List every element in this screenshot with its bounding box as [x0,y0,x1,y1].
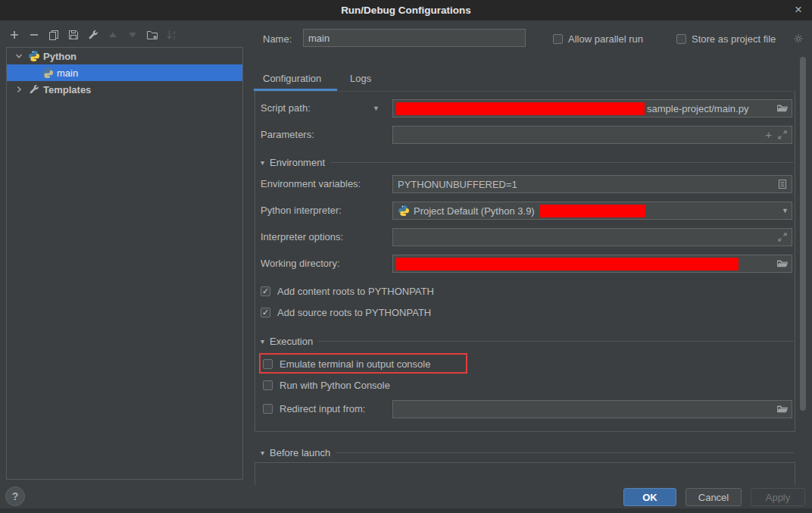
tree-item-label[interactable]: Python [43,51,77,62]
copy-configuration-icon[interactable] [48,29,60,41]
working-directory-field[interactable] [392,255,792,273]
environment-variables-field[interactable]: PYTHONUNBUFFERED=1 [392,175,792,193]
python-interpreter-select[interactable]: Project Default (Python 3.9) ▼ [392,202,792,220]
python-interpreter-label: Python interpreter: [261,202,342,220]
script-path-dropdown-icon[interactable]: ▼ [373,105,379,112]
add-source-roots-option[interactable]: ✓ Add source roots to PYTHONPATH [261,306,431,319]
python-icon [28,50,40,62]
collapse-arrow-icon[interactable]: ▾ [261,337,264,346]
python-interpreter-value: Project Default (Python 3.9) [414,205,535,217]
tree-item-python[interactable]: Python [7,48,242,64]
remove-configuration-icon[interactable] [28,29,40,41]
execution-section-header[interactable]: ▾ Execution [261,334,794,348]
tree-item-templates[interactable]: Templates [7,81,242,98]
environment-variables-value: PYTHONUNBUFFERED=1 [396,179,517,190]
section-title[interactable]: Before launch [270,447,330,458]
new-folder-icon[interactable] [146,29,158,41]
dialog-title: Run/Debug Configurations [341,5,471,16]
red-highlight-annotation [259,353,467,374]
vertical-scrollbar[interactable] [800,57,806,411]
script-path-value: sample-project/main.py [647,103,748,114]
tab-configuration[interactable]: Configuration [263,73,321,84]
store-as-project-file-checkbox[interactable] [676,34,686,44]
parameters-field[interactable]: + [392,126,792,144]
move-up-icon[interactable] [107,29,119,41]
section-divider [336,452,794,453]
redaction-block [539,205,645,217]
python-icon [42,67,54,79]
add-source-roots-label[interactable]: Add source roots to PYTHONPATH [277,307,431,318]
edit-variables-icon[interactable] [776,178,789,190]
parameters-label: Parameters: [261,126,314,144]
tree-item-main-selected[interactable]: main [7,64,242,81]
section-divider [318,341,794,342]
allow-parallel-run-checkbox[interactable] [553,34,563,44]
run-with-python-console-checkbox[interactable] [263,380,273,390]
add-content-roots-label[interactable]: Add content roots to PYTHONPATH [277,286,434,297]
section-title[interactable]: Environment [270,157,325,168]
add-content-roots-option[interactable]: ✓ Add content roots to PYTHONPATH [261,285,434,298]
run-with-python-console-label[interactable]: Run with Python Console [280,380,390,391]
store-as-project-file-label[interactable]: Store as project file [692,33,776,45]
sort-configurations-icon[interactable]: az [166,29,178,41]
collapse-arrow-icon[interactable]: ▾ [261,449,264,457]
tree-item-label[interactable]: Templates [43,84,91,95]
section-title[interactable]: Execution [270,336,313,347]
tab-logs[interactable]: Logs [350,73,371,84]
redaction-block [396,258,739,271]
redirect-input-label[interactable]: Redirect input from: [280,403,365,414]
python-icon [398,205,410,217]
configurations-tree: Python main Templates [6,47,243,480]
chevron-down-icon[interactable] [13,50,25,62]
redirect-input-checkbox[interactable] [263,404,273,414]
svg-text:a: a [173,30,176,35]
store-as-project-file-option[interactable]: Store as project file [676,33,776,45]
allow-parallel-run-option[interactable]: Allow parallel run [553,33,643,45]
save-configuration-icon[interactable] [67,29,80,41]
add-configuration-icon[interactable] [8,29,20,41]
move-down-icon[interactable] [126,29,139,41]
section-divider [330,162,794,163]
script-path-field[interactable]: sample-project/main.py [392,99,792,117]
allow-parallel-run-label[interactable]: Allow parallel run [568,33,643,45]
cancel-button[interactable]: Cancel [686,488,742,506]
redirect-input-field[interactable] [392,400,792,418]
add-source-roots-checkbox[interactable]: ✓ [261,308,270,317]
edit-templates-icon[interactable] [87,29,99,41]
tree-item-label[interactable]: main [57,67,78,79]
interpreter-options-label: Interpreter options: [261,228,343,246]
working-directory-label: Working directory: [261,255,340,273]
environment-variables-label: Environment variables: [261,175,361,193]
dialog-titlebar: Run/Debug Configurations [0,0,812,20]
dropdown-arrow-icon[interactable]: ▼ [782,207,789,214]
before-launch-section-header[interactable]: ▾ Before launch [261,446,794,459]
redirect-input-option[interactable]: Redirect input from: [263,402,365,415]
add-macro-icon[interactable]: + [765,129,772,141]
expand-field-icon[interactable] [776,129,789,141]
run-with-python-console-option[interactable]: Run with Python Console [263,379,390,392]
browse-folder-icon[interactable] [776,102,789,114]
gear-icon[interactable] [792,33,804,45]
browse-folder-icon[interactable] [776,258,789,270]
wrench-icon [28,83,40,95]
chevron-right-icon[interactable] [13,83,25,95]
environment-section-header[interactable]: ▾ Environment [261,155,794,169]
before-launch-task-list[interactable] [255,462,795,486]
configurations-toolbar: az [8,29,178,41]
expand-field-icon[interactable] [776,231,789,243]
apply-button[interactable]: Apply [751,488,805,506]
name-input[interactable] [303,29,526,47]
collapse-arrow-icon[interactable]: ▾ [261,158,264,167]
help-button[interactable]: ? [5,486,25,506]
run-debug-configurations-dialog: Run/Debug Configurations × az [0,0,812,513]
interpreter-options-field[interactable] [392,228,792,246]
svg-text:z: z [173,35,175,40]
browse-folder-icon[interactable] [776,403,789,415]
name-label: Name: [263,33,292,45]
script-path-label[interactable]: Script path: [261,99,311,117]
ok-button[interactable]: OK [623,488,676,506]
close-icon[interactable]: × [791,2,806,17]
add-content-roots-checkbox[interactable]: ✓ [261,286,270,296]
redaction-block [396,102,645,115]
